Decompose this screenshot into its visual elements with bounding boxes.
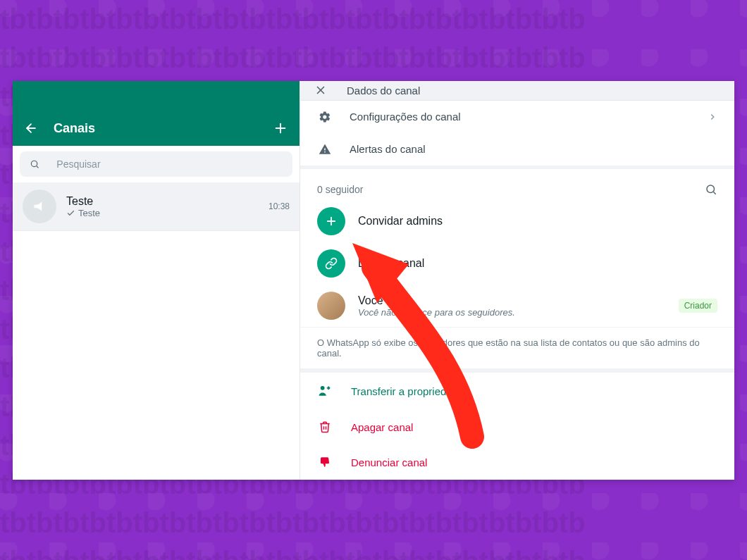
channel-settings-row[interactable]: Configurações do canal <box>300 101 734 133</box>
transfer-ownership-label: Transferir a propriedade <box>351 385 464 397</box>
channel-settings-label: Configurações do canal <box>350 111 461 123</box>
delete-channel-row[interactable]: Apagar canal <box>300 409 734 444</box>
followers-search-button[interactable] <box>705 183 717 196</box>
back-button[interactable] <box>24 121 44 135</box>
check-icon <box>66 209 75 218</box>
followers-note: O WhatsApp só exibe os seguidores que es… <box>300 327 734 368</box>
svg-point-9 <box>707 185 715 193</box>
link-icon <box>317 249 345 278</box>
search-icon <box>30 158 39 170</box>
trash-icon <box>317 421 333 433</box>
svg-rect-6 <box>34 205 35 208</box>
channel-avatar <box>23 189 56 223</box>
megaphone-icon <box>30 197 49 216</box>
search-icon <box>705 183 717 196</box>
settings-section: Configurações do canal Alertas do canal <box>300 101 734 166</box>
followers-count: 0 seguidor <box>317 184 363 195</box>
search-container <box>13 146 300 182</box>
svg-point-13 <box>321 386 325 390</box>
svg-line-10 <box>713 192 715 194</box>
sidebar-title: Canais <box>54 121 273 136</box>
member-text: Você Você não aparece para os seguidores… <box>358 294 515 318</box>
sidebar-header: Canais <box>13 81 300 146</box>
member-row-self[interactable]: Você Você não aparece para os seguidores… <box>300 285 734 327</box>
app-window: Canais Teste Teste 1 <box>13 81 734 480</box>
report-channel-label: Denunciar canal <box>351 456 427 468</box>
channel-subtitle: Teste <box>78 208 100 218</box>
channel-link-label: Link do canal <box>358 257 424 270</box>
warning-icon <box>317 143 333 156</box>
search-input[interactable] <box>56 158 283 170</box>
report-channel-row[interactable]: Denunciar canal <box>300 444 734 480</box>
invite-admins-row[interactable]: Convidar admins <box>300 200 734 242</box>
svg-point-3 <box>31 161 37 166</box>
avatar <box>317 292 345 320</box>
channel-subtitle-row: Teste <box>66 208 268 218</box>
channel-alerts-label: Alertas do canal <box>350 143 426 155</box>
sidebar: Canais Teste Teste 1 <box>13 81 300 480</box>
new-channel-button[interactable] <box>273 120 288 136</box>
arrow-left-icon <box>24 121 38 135</box>
followers-header: 0 seguidor <box>300 169 734 200</box>
invite-admins-label: Convidar admins <box>358 215 443 228</box>
member-name: Você <box>358 294 515 307</box>
panel-header: Dados do canal <box>300 81 734 101</box>
channel-list-item[interactable]: Teste Teste 10:38 <box>13 182 300 231</box>
invite-admins-plus-icon <box>317 207 345 235</box>
gear-icon <box>317 111 333 123</box>
channel-name: Teste <box>66 195 268 208</box>
close-button[interactable] <box>314 84 327 97</box>
panel-title: Dados do canal <box>347 85 420 97</box>
channel-link-row[interactable]: Link do canal <box>300 242 734 285</box>
plus-icon <box>273 120 288 136</box>
creator-badge: Criador <box>679 299 717 313</box>
thumbs-down-icon <box>317 456 333 468</box>
transfer-ownership-row[interactable]: Transferir a propriedade <box>300 373 734 409</box>
close-icon <box>314 84 327 97</box>
channel-alerts-row[interactable]: Alertas do canal <box>300 133 734 166</box>
channel-time: 10:38 <box>268 201 290 211</box>
chevron-right-icon <box>708 112 717 122</box>
channel-text: Teste Teste <box>66 195 268 218</box>
delete-channel-label: Apagar canal <box>351 421 413 433</box>
member-subtitle: Você não aparece para os seguidores. <box>358 307 515 318</box>
followers-section: 0 seguidor Convidar admins Link do canal <box>300 169 734 368</box>
details-panel: Dados do canal Configurações do canal Al… <box>300 81 734 480</box>
svg-line-4 <box>37 166 39 168</box>
transfer-icon <box>317 384 333 398</box>
search-box[interactable] <box>20 151 292 177</box>
danger-section: Transferir a propriedade Apagar canal De… <box>300 373 734 480</box>
